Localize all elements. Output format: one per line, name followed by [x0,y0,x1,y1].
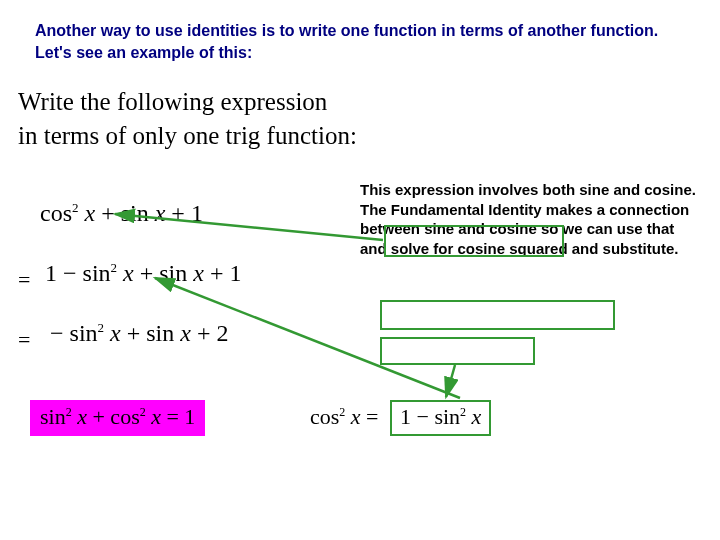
problem-prompt: Write the following expression in terms … [18,85,357,153]
expression-original: cos2 x + sin x + 1 [40,200,203,227]
equals-sign-step2: = [18,327,30,353]
expression-step1: 1 − sin2 x + sin x + 1 [45,260,241,287]
empty-green-box-1 [380,300,615,330]
svg-line-2 [446,365,455,397]
substitution-box: 1 − sin2 x [390,400,491,436]
equals-sign-step1: = [18,267,30,293]
prompt-line2: in terms of only one trig function: [18,122,357,149]
empty-green-box-2 [380,337,535,365]
cosine-squared-solved: cos2 x = 1 − sin2 x [310,400,491,436]
fundamental-identity-highlight: sin2 x + cos2 x = 1 [30,400,205,436]
expression-step2: − sin2 x + sin x + 2 [50,320,228,347]
prompt-line1: Write the following expression [18,88,327,115]
intro-text: Another way to use identities is to writ… [35,20,685,63]
callout-box-inline [384,225,564,257]
